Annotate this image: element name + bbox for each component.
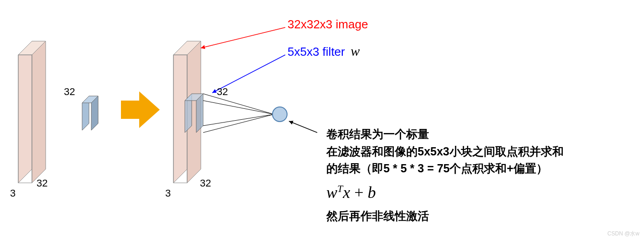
arrow-red-icon: [196, 25, 288, 53]
formula-x: x: [343, 183, 350, 202]
filter-label-text: 5x5x3 filter: [288, 45, 345, 59]
description-block: 卷积结果为一个标量 在滤波器和图像的5x5x3小块之间取点积并求和 的结果（即5…: [326, 126, 644, 224]
desc-line4: 然后再作非线性激活: [326, 208, 644, 225]
desc-line2: 在滤波器和图像的5x5x3小块之间取点积并求和: [326, 143, 644, 160]
svg-line-18: [203, 114, 274, 133]
svg-marker-7: [121, 91, 160, 128]
arrow-icon: [119, 89, 162, 130]
formula-b: b: [368, 183, 376, 202]
dim-32-right-top: 32: [217, 86, 228, 98]
dim-3-right: 3: [165, 187, 171, 199]
svg-line-15: [203, 94, 274, 114]
svg-line-16: [203, 101, 274, 114]
dim-32-left-top: 32: [64, 86, 75, 98]
image-dim-label: 32x32x3 image: [288, 17, 368, 32]
svg-marker-2: [32, 41, 46, 183]
svg-marker-0: [18, 41, 32, 183]
image-volume-left: [9, 37, 91, 201]
svg-line-22: [289, 121, 317, 133]
desc-line1: 卷积结果为一个标量: [326, 126, 644, 143]
dim-3-left: 3: [10, 187, 16, 199]
formula-T: T: [337, 183, 343, 194]
formula-w: w: [326, 183, 337, 202]
formula: wTx + b: [326, 180, 644, 205]
filter-var-w: w: [351, 43, 360, 59]
watermark: CSDN @水w: [607, 230, 639, 238]
arrow-black-icon: [285, 119, 322, 137]
dim-32-right-bottom: 32: [200, 177, 211, 189]
desc-line3: 的结果（即5 * 5 * 3 = 75个点积求和+偏置）: [326, 160, 644, 177]
filter-cube-left: [80, 94, 107, 139]
formula-plus: +: [350, 183, 367, 202]
filter-dim-label: 5x5x3 filter w: [288, 43, 360, 59]
dim-32-left-bottom: 32: [37, 177, 47, 189]
svg-line-20: [201, 27, 285, 48]
svg-line-17: [203, 114, 274, 126]
